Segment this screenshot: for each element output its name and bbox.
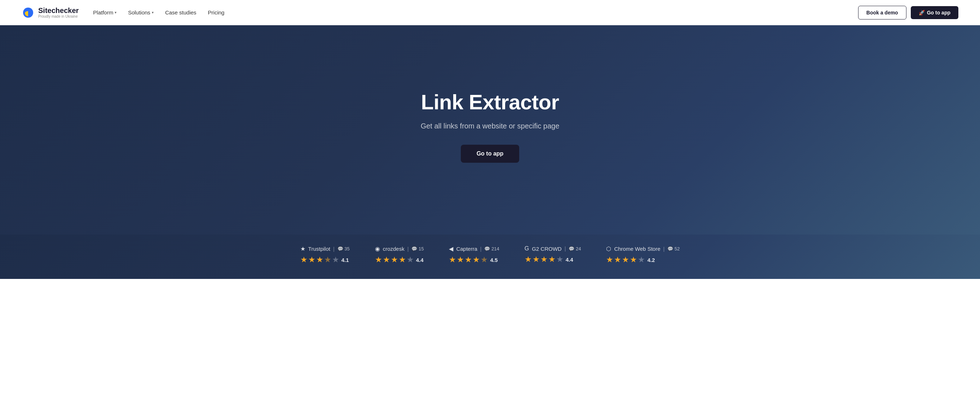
rating-item: GG2 CROWD|💬 24★★★★★4.4 <box>525 245 581 264</box>
rating-value: 4.5 <box>490 257 498 263</box>
hero-cta-button[interactable]: Go to app <box>461 145 520 163</box>
platform-name: Capterra <box>456 246 477 252</box>
rating-divider: | <box>565 246 566 251</box>
star-full-icon: ★ <box>473 255 480 265</box>
nav-item-platform[interactable]: Platform ▾ <box>93 10 116 16</box>
star-full-icon: ★ <box>316 255 323 265</box>
star-full-icon: ★ <box>449 255 456 265</box>
star-full-icon: ★ <box>383 255 390 265</box>
goto-app-button[interactable]: 🚀 Go to app <box>911 6 958 19</box>
nav-link-solutions[interactable]: Solutions ▾ <box>128 10 154 16</box>
book-demo-button[interactable]: Book a demo <box>858 6 907 19</box>
rating-item: ◀Capterra|💬 214★★★★★4.5 <box>449 245 499 265</box>
star-half-icon: ★ <box>324 255 331 265</box>
star-full-icon: ★ <box>541 255 548 264</box>
rating-divider: | <box>480 246 482 252</box>
nav-item-solutions[interactable]: Solutions ▾ <box>128 10 154 16</box>
nav-item-pricing[interactable]: Pricing <box>208 10 224 16</box>
ratings-section: ★Trustpilot|💬 35★★★★★4.1◉crozdesk|💬 15★★… <box>0 235 980 279</box>
nav-item-case-studies[interactable]: Case studies <box>165 10 197 16</box>
rating-value: 4.2 <box>647 257 655 263</box>
rating-divider: | <box>663 246 665 252</box>
rating-divider: | <box>333 246 335 252</box>
rating-header: ⬡Chrome Web Store|💬 52 <box>606 245 680 252</box>
star-full-icon: ★ <box>300 255 307 265</box>
chevron-down-icon: ▾ <box>152 10 154 14</box>
hero-title: Link Extractor <box>421 90 559 114</box>
platform-icon: ★ <box>300 245 305 252</box>
hero-subtitle: Get all links from a website or specific… <box>421 122 560 130</box>
logo-text: Sitechecker Proudly made in Ukraine <box>38 6 79 18</box>
logo-tagline: Proudly made in Ukraine <box>38 14 79 18</box>
star-empty-icon: ★ <box>638 255 645 265</box>
rating-count: 💬 24 <box>569 246 581 251</box>
rating-stars: ★★★★★4.1 <box>300 255 349 265</box>
platform-icon: G <box>525 245 529 252</box>
star-full-icon: ★ <box>375 255 382 265</box>
rating-header: ★Trustpilot|💬 35 <box>300 245 350 252</box>
star-full-icon: ★ <box>525 255 532 264</box>
star-empty-icon: ★ <box>556 255 563 264</box>
star-full-icon: ★ <box>549 255 555 264</box>
star-empty-icon: ★ <box>407 255 414 265</box>
hero-section: Link Extractor Get all links from a webs… <box>0 25 980 235</box>
navbar-left: Sitechecker Proudly made in Ukraine Plat… <box>22 6 224 19</box>
star-full-icon: ★ <box>399 255 406 265</box>
star-full-icon: ★ <box>465 255 472 265</box>
rating-item: ⬡Chrome Web Store|💬 52★★★★★4.2 <box>606 245 680 265</box>
star-full-icon: ★ <box>622 255 629 265</box>
navbar-right: Book a demo 🚀 Go to app <box>858 6 958 19</box>
rating-count: 💬 35 <box>337 246 350 251</box>
rating-item: ◉crozdesk|💬 15★★★★★4.4 <box>375 245 424 265</box>
platform-icon: ◀ <box>449 245 453 252</box>
logo-name: Sitechecker <box>38 6 79 14</box>
rating-value: 4.4 <box>566 257 573 263</box>
platform-name: Trustpilot <box>308 246 330 252</box>
rating-count: 💬 52 <box>667 246 680 251</box>
navbar: Sitechecker Proudly made in Ukraine Plat… <box>0 0 980 25</box>
star-half-icon: ★ <box>480 255 488 265</box>
rating-value: 4.4 <box>416 257 424 263</box>
rating-count: 💬 15 <box>411 246 424 251</box>
star-full-icon: ★ <box>630 255 637 265</box>
rating-value: 4.1 <box>342 257 349 263</box>
star-full-icon: ★ <box>457 255 464 265</box>
nav-link-platform[interactable]: Platform ▾ <box>93 10 116 16</box>
star-full-icon: ★ <box>533 255 540 264</box>
platform-icon: ◉ <box>375 245 380 252</box>
star-empty-icon: ★ <box>332 255 339 265</box>
rating-stars: ★★★★★4.2 <box>606 255 655 265</box>
nav-link-case-studies[interactable]: Case studies <box>165 10 197 16</box>
rating-header: ◀Capterra|💬 214 <box>449 245 499 252</box>
nav-link-pricing[interactable]: Pricing <box>208 10 224 16</box>
logo-icon <box>22 6 35 19</box>
rating-divider: | <box>407 246 409 252</box>
nav-links: Platform ▾ Solutions ▾ Case studies Pric… <box>93 10 224 16</box>
platform-name: Chrome Web Store <box>614 246 660 252</box>
platform-icon: ⬡ <box>606 245 611 252</box>
platform-name: G2 CROWD <box>532 246 562 252</box>
chevron-down-icon: ▾ <box>115 10 116 14</box>
rocket-icon: 🚀 <box>919 10 925 16</box>
rating-header: GG2 CROWD|💬 24 <box>525 245 581 252</box>
logo[interactable]: Sitechecker Proudly made in Ukraine <box>22 6 79 19</box>
star-full-icon: ★ <box>614 255 621 265</box>
rating-stars: ★★★★★4.4 <box>525 255 573 264</box>
rating-header: ◉crozdesk|💬 15 <box>375 245 424 252</box>
platform-name: crozdesk <box>383 246 404 252</box>
star-full-icon: ★ <box>308 255 315 265</box>
rating-item: ★Trustpilot|💬 35★★★★★4.1 <box>300 245 350 265</box>
rating-stars: ★★★★★4.4 <box>375 255 424 265</box>
star-full-icon: ★ <box>391 255 398 265</box>
rating-count: 💬 214 <box>484 246 499 251</box>
star-full-icon: ★ <box>606 255 613 265</box>
rating-stars: ★★★★★4.5 <box>449 255 498 265</box>
